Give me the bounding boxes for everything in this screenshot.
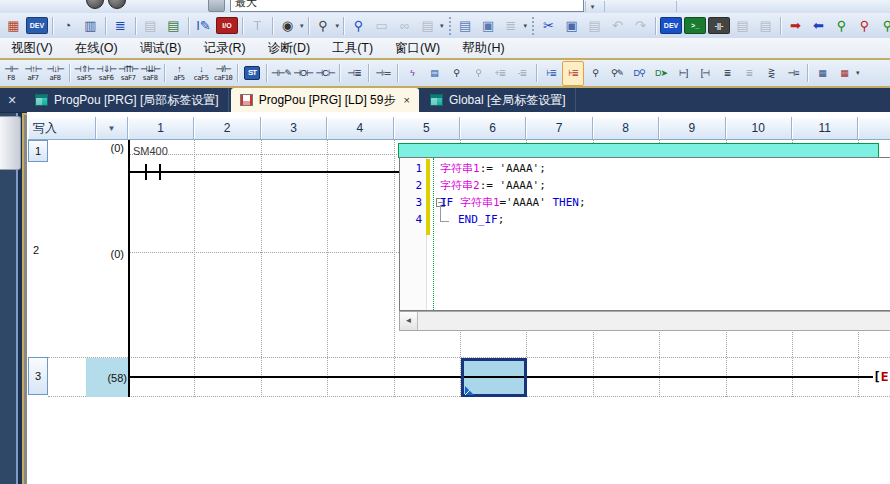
tab-close-icon[interactable]: × — [403, 94, 409, 106]
quick-search-combobox[interactable]: 最大 — [230, 0, 584, 12]
selected-cell[interactable] — [461, 358, 527, 397]
draw-line-up-button[interactable]: ⊣↑⊢aF7 — [22, 61, 44, 86]
cross-reference-device-button[interactable]: ▦ — [833, 61, 855, 86]
vertical-line-up-button[interactable]: ↑aF5 — [168, 61, 190, 86]
close-icon[interactable]: ✕ — [4, 92, 20, 108]
statement-list-button[interactable]: ⊣≡ — [782, 61, 804, 86]
menu-view[interactable]: 视图(V) — [0, 38, 64, 58]
column-header-4[interactable]: 4 — [327, 117, 393, 140]
cut-icon[interactable]: ✂ — [538, 16, 559, 36]
instruction-find-icon[interactable]: >_ — [684, 17, 706, 34]
menu-window[interactable]: 窗口(W) — [384, 38, 451, 58]
align-bottom-button[interactable]: ≣ — [738, 61, 760, 86]
dock-window-icon[interactable]: ▭ — [371, 16, 392, 36]
rising-pulse-close-button[interactable]: ⊣⇈⊢saF7 — [117, 61, 139, 86]
column-header-1[interactable]: 1 — [128, 117, 194, 140]
tree-display-all-button[interactable]: ⊦≣ — [562, 61, 584, 86]
device-monitor-button[interactable]: D⚲ — [628, 61, 650, 86]
rising-pulse-button[interactable]: ⊣⇑⊢saF5 — [73, 61, 95, 86]
write-to-plc-icon[interactable]: ➡ — [785, 16, 806, 36]
project-tree-icon[interactable]: ≣ — [110, 16, 131, 36]
toolbar-overflow-icon-1[interactable]: ▾ — [440, 22, 444, 30]
tree-display-button[interactable]: ⊦≣ — [540, 61, 562, 86]
contact-symbol[interactable] — [159, 164, 161, 180]
display-mode-icon[interactable]: ◉ — [277, 16, 298, 36]
inline-st-button[interactable]: ST — [241, 61, 263, 86]
monitor-watch-icon[interactable]: ⚲ — [877, 16, 890, 36]
rung-step-3-selected[interactable]: (58) — [86, 358, 128, 397]
column-header-10[interactable]: 10 — [726, 117, 792, 140]
menu-help[interactable]: 帮助(H) — [451, 38, 515, 58]
monitor-search-icon[interactable]: ⚲ — [348, 16, 369, 36]
read-from-plc-icon[interactable]: ⬅ — [808, 16, 829, 36]
st-horizontal-scrollbar[interactable]: ◄ — [399, 311, 890, 331]
delete-vertical-line-button[interactable]: ⊣⊢F8 — [0, 61, 22, 86]
device-tool-icon[interactable]: DEV — [26, 17, 48, 34]
column-header-partial[interactable] — [858, 117, 890, 140]
undo-icon[interactable]: ↶ — [607, 16, 628, 36]
st-code-line-1[interactable]: 1字符串1:= 'AAAA'; — [400, 160, 890, 177]
column-header-11[interactable]: 11 — [792, 117, 858, 140]
menu-debug[interactable]: 调试(B) — [129, 38, 193, 58]
rung-number-2[interactable]: 2 — [33, 244, 39, 256]
paste-icon[interactable]: ▤ — [584, 16, 605, 36]
column-header-6[interactable]: 6 — [460, 117, 526, 140]
falling-pulse-close-button[interactable]: ⊣⇊⊢saF8 — [139, 61, 161, 86]
io-check-icon[interactable]: I/O — [216, 17, 238, 34]
zoom-edit-button[interactable]: ⚲✎ — [606, 61, 628, 86]
column-header-2[interactable]: 2 — [194, 117, 260, 140]
module-window-icon[interactable]: ▣ — [478, 16, 499, 36]
element-list-icon[interactable]: ≣ — [501, 16, 522, 36]
monitor-window-icon[interactable]: ▥ — [80, 16, 101, 36]
edit-contact-button[interactable]: ⊣⊢✎ — [270, 61, 292, 86]
clipboard-icon[interactable]: ▤ — [417, 16, 438, 36]
window-list-icon[interactable]: ▤ — [455, 16, 476, 36]
knob-icon-1[interactable] — [86, 0, 104, 9]
tab-3[interactable]: Global [全局标签设置] — [421, 88, 576, 112]
monitor-stop-icon[interactable]: ⚲ — [854, 16, 875, 36]
copy-icon[interactable]: ▣ — [561, 16, 582, 36]
bracket-open-button[interactable]: ⊢] — [672, 61, 694, 86]
menu-diagnostics[interactable]: 诊断(D) — [257, 38, 321, 58]
knob-icon-2[interactable] — [108, 0, 126, 9]
tab-2[interactable]: ProgPou [PRG] [LD] 59步× — [231, 88, 419, 112]
zoom-display-button[interactable]: ⚲ — [584, 61, 606, 86]
comment-display-icon[interactable] — [208, 0, 225, 12]
contact-symbol[interactable] — [145, 164, 147, 180]
column-header-5[interactable]: 5 — [394, 117, 460, 140]
ladder-toolbar-overflow-icon[interactable]: ▾ — [856, 69, 860, 77]
paste-special-icon-2[interactable]: ▤ — [755, 16, 776, 36]
tab-1[interactable]: ProgPou [PRG] [局部标签设置] — [26, 88, 229, 112]
falling-pulse-button[interactable]: ⊣⇓⊢saF6 — [95, 61, 117, 86]
edit-rung-comment-button[interactable]: ⊣≣ — [343, 61, 365, 86]
delete-row-button[interactable]: -≣ — [511, 61, 533, 86]
menu-record[interactable]: 记录(R) — [192, 38, 256, 58]
display-mode-dropdown-icon[interactable]: ▾ — [300, 22, 304, 30]
st-code-line-4[interactable]: 4END_IF; — [400, 211, 890, 228]
scroll-left-arrow-icon[interactable]: ◄ — [400, 312, 418, 330]
column-header-9[interactable]: 9 — [659, 117, 725, 140]
device-search-dropdown-icon[interactable]: ▾ — [336, 22, 340, 30]
rung-step-2[interactable]: (0) — [60, 248, 124, 260]
build-tool-icon[interactable]: T — [247, 16, 268, 36]
redo-icon[interactable]: ↷ — [630, 16, 651, 36]
mode-indicator[interactable]: 写入 — [28, 117, 96, 140]
rung-step-1[interactable]: (0) — [60, 142, 124, 154]
edit-instruction-button[interactable]: ⊣C⊢ — [314, 61, 336, 86]
dock-scroll-thumb[interactable] — [0, 116, 21, 170]
insert-row-button[interactable]: +≣ — [489, 61, 511, 86]
parameter-check-icon[interactable]: ▤ — [163, 16, 184, 36]
device-jump-button[interactable]: D➤ — [650, 61, 672, 86]
binoculars-icon[interactable]: ∞ — [394, 16, 415, 36]
st-code-line-2[interactable]: 2字符串2:= 'AAAA'; — [400, 177, 890, 194]
toolbar-overflow-icon-2[interactable]: ▾ — [524, 22, 528, 30]
inline-st-anchor-row[interactable] — [398, 143, 879, 158]
find-unconverted-button[interactable]: ⚲ — [445, 61, 467, 86]
parameter-icon[interactable]: ▤ — [140, 16, 161, 36]
sort-lines-button[interactable]: ⋛ — [760, 61, 782, 86]
contact-find-icon[interactable]: -||- — [708, 17, 730, 34]
combo-dropdown-icon[interactable]: ▾ — [585, 1, 599, 12]
inline-st-editor[interactable]: 1字符串1:= 'AAAA';2字符串2:= 'AAAA';3−IF 字符串1=… — [399, 157, 890, 311]
rung-number-3[interactable]: 3 — [28, 357, 48, 395]
find-document-button[interactable]: ⚲ — [467, 61, 489, 86]
